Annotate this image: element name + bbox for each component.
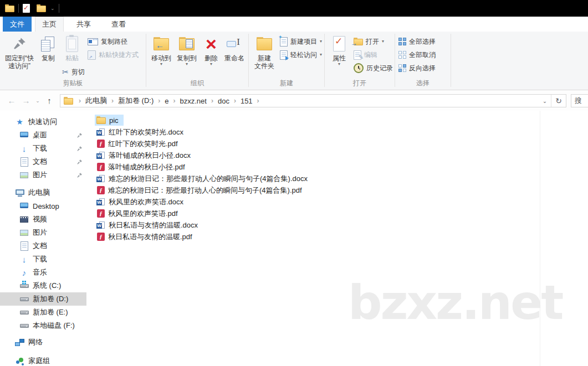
tab-view[interactable]: 查看: [104, 17, 133, 32]
sidebar-item-desktop[interactable]: Desktop: [0, 199, 86, 213]
titlebar-dropdown-chevron-icon[interactable]: ⌄: [50, 6, 55, 11]
select-all-icon: [398, 38, 406, 45]
paste-shortcut-button[interactable]: 粘贴快捷方式: [88, 49, 139, 60]
list-item-file[interactable]: 秋日私语与友情的温暖.pdf: [86, 231, 192, 243]
sidebar-item-desktop-pinned[interactable]: 桌面: [0, 128, 86, 142]
sidebar-item-quick-access[interactable]: 快速访问: [0, 115, 86, 128]
list-item-file[interactable]: 秋风里的欢声笑语.docx: [86, 196, 183, 208]
back-button[interactable]: ←: [4, 96, 19, 105]
sidebar-item-this-pc[interactable]: 此电脑: [0, 186, 86, 199]
quick-access-star-icon: [15, 117, 24, 126]
pdf-file-icon: [97, 233, 105, 241]
navigation-pane: 快速访问 桌面 下载 文档 图片 此电脑 Desktop 视频 图片 文档: [0, 111, 86, 366]
list-item-file[interactable]: 难忘的秋游日记：那些最打动人心的瞬间与句子(4篇合集).pdf: [86, 184, 302, 196]
delete-x-icon: [206, 35, 217, 53]
forward-button[interactable]: →: [19, 96, 33, 105]
open-button[interactable]: → 打开 ▾: [354, 36, 384, 47]
invert-selection-button[interactable]: 反向选择: [398, 63, 436, 74]
sidebar-item-network[interactable]: 网络: [0, 336, 86, 349]
ribbon-group-organize: ← 移动到 ▾ 复制到 ▾ 删除 ▾ 重命名 组织: [146, 32, 248, 90]
list-item-file[interactable]: 落叶铺成的秋日小径.docx: [86, 150, 191, 161]
sidebar-item-documents-pinned[interactable]: 文档: [0, 155, 86, 168]
paste-button[interactable]: 粘贴: [61, 35, 83, 62]
group-label-open: 打开: [325, 79, 395, 88]
download-icon: [19, 144, 29, 153]
easy-access-icon: [280, 50, 288, 60]
list-item-file[interactable]: 红叶下的欢笑时光.pdf: [86, 138, 178, 150]
computer-icon: [16, 189, 24, 197]
list-item-file[interactable]: 红叶下的欢笑时光.docx: [86, 126, 183, 138]
refresh-icon[interactable]: ↻: [551, 96, 566, 105]
sidebar-item-drive-e[interactable]: 新加卷 (E:): [0, 306, 86, 319]
tab-file[interactable]: 文件: [3, 17, 32, 32]
history-button[interactable]: 历史记录: [354, 63, 393, 74]
copy-pages-icon: [41, 35, 55, 53]
list-item-file[interactable]: 难忘的秋游日记：那些最打动人心的瞬间与句子(4篇合集).docx: [86, 173, 308, 184]
breadcrumb-doc[interactable]: doc: [217, 97, 231, 105]
sidebar-item-pictures[interactable]: 图片: [0, 226, 86, 239]
breadcrumb-drive-d[interactable]: 新加卷 (D:): [117, 96, 155, 106]
search-input[interactable]: 搜: [571, 94, 588, 107]
copy-button[interactable]: 复制: [37, 35, 60, 62]
search-text: 搜: [575, 96, 582, 106]
sidebar-item-downloads[interactable]: 下载: [0, 252, 86, 266]
recent-locations-chevron[interactable]: ⌄: [33, 98, 42, 104]
clipboard-icon: [66, 35, 78, 53]
move-to-button[interactable]: ← 移动到 ▾: [149, 35, 174, 66]
new-folder-button[interactable]: 新建 文件夹: [252, 35, 277, 70]
drive-icon: [20, 297, 29, 301]
copy-to-button[interactable]: 复制到 ▾: [174, 35, 200, 66]
desktop-icon: [20, 203, 28, 209]
folder-icon: [96, 116, 106, 124]
copy-path-button[interactable]: 复制路径: [88, 36, 127, 47]
breadcrumb-bzxz-net[interactable]: bzxz.net: [179, 97, 208, 105]
rename-icon: [227, 35, 242, 53]
pin-to-quick-access-button[interactable]: 固定到“快速访问”: [3, 35, 36, 70]
edit-button[interactable]: 编辑: [354, 49, 377, 60]
network-icon: [15, 339, 24, 346]
sidebar-item-homegroup[interactable]: 家庭组: [0, 354, 86, 366]
tab-share[interactable]: 共享: [69, 17, 98, 32]
rename-button[interactable]: 重命名: [222, 35, 247, 62]
breadcrumb-e[interactable]: e: [163, 97, 170, 105]
address-bar[interactable]: › 此电脑 › 新加卷 (D:) › e › bzxz.net › doc › …: [60, 94, 566, 107]
title-bar: ✓ ⌄: [0, 0, 588, 17]
sidebar-item-drive-d[interactable]: 新加卷 (D:): [0, 292, 86, 306]
list-item-file[interactable]: 秋风里的欢声笑语.pdf: [86, 208, 178, 219]
sidebar-item-downloads-pinned[interactable]: 下载: [0, 142, 86, 155]
list-item-file[interactable]: 落叶铺成的秋日小径.pdf: [86, 161, 185, 173]
cut-button[interactable]: 剪切: [62, 66, 85, 78]
navigation-bar: ← → ⌄ ↑ › 此电脑 › 新加卷 (D:) › e › bzxz.net …: [0, 90, 588, 111]
up-button[interactable]: ↑: [42, 96, 57, 105]
copy-path-icon: [88, 38, 98, 45]
music-icon: [19, 268, 29, 277]
select-all-button[interactable]: 全部选择: [398, 36, 436, 47]
list-item-file[interactable]: 秋日私语与友情的温暖.docx: [86, 219, 198, 231]
breadcrumb-151[interactable]: 151: [239, 97, 254, 105]
sidebar-item-music[interactable]: 音乐: [0, 266, 86, 279]
breadcrumb-this-pc[interactable]: 此电脑: [84, 96, 108, 106]
word-file-icon: [96, 198, 105, 207]
sidebar-item-videos[interactable]: 视频: [0, 213, 86, 226]
address-dropdown-chevron[interactable]: ⌄: [539, 98, 551, 104]
titlebar-folder-icon[interactable]: [5, 4, 14, 12]
properties-button[interactable]: 属性 ▾: [329, 35, 349, 66]
sidebar-item-pictures-pinned[interactable]: 图片: [0, 168, 86, 182]
sidebar-item-drive-f[interactable]: 本地磁盘 (F:): [0, 319, 86, 332]
select-none-button[interactable]: 全部取消: [398, 49, 436, 60]
new-item-button[interactable]: 新建项目 ▾: [280, 36, 322, 47]
sidebar-item-drive-c[interactable]: 系统 (C:): [0, 279, 86, 292]
paste-shortcut-icon: [88, 50, 96, 60]
ribbon-tab-row: 文件 主页 共享 查看: [0, 17, 588, 32]
list-item-folder-pic[interactable]: pic: [95, 115, 124, 126]
properties-check-icon: [333, 35, 345, 53]
easy-access-button[interactable]: 轻松访问 ▾: [280, 49, 322, 60]
delete-button[interactable]: 删除 ▾: [201, 35, 222, 66]
new-item-icon: [280, 37, 288, 47]
sidebar-item-documents[interactable]: 文档: [0, 239, 86, 252]
titlebar-properties-check-icon[interactable]: ✓: [23, 4, 30, 13]
tab-home[interactable]: 主页: [35, 17, 64, 32]
system-drive-icon: [20, 284, 29, 288]
pin-icon: [76, 145, 83, 153]
titlebar-folder-icon[interactable]: [37, 4, 46, 12]
